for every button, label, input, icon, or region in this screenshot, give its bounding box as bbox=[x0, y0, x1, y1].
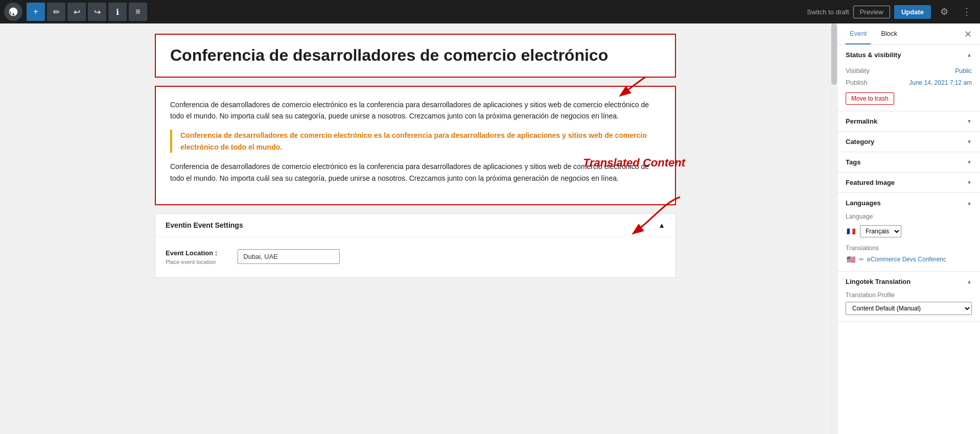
category-title: Category bbox=[846, 138, 874, 146]
list-view-button[interactable]: ≡ bbox=[129, 3, 147, 21]
tags-header[interactable]: Tags ▼ bbox=[837, 152, 980, 172]
language-label: Language bbox=[846, 213, 972, 220]
fr-flag: 🇫🇷 bbox=[846, 228, 856, 235]
gear-icon: ⚙ bbox=[940, 6, 948, 17]
eventin-settings-header[interactable]: Eventin Event Settings ▲ bbox=[155, 214, 675, 237]
tags-chevron-icon: ▼ bbox=[967, 159, 972, 165]
edit-icon: ✏ bbox=[53, 7, 60, 17]
add-icon: + bbox=[33, 7, 38, 16]
update-button[interactable]: Update bbox=[894, 5, 931, 19]
redo-button[interactable]: ↪ bbox=[88, 3, 106, 21]
more-icon: ⋮ bbox=[962, 6, 971, 17]
sidebar-tabs: Event Block ✕ bbox=[837, 23, 980, 45]
status-visibility-body: Visibility Public Publish June 14, 2021 … bbox=[837, 65, 980, 111]
featured-image-title: Featured Image bbox=[846, 179, 895, 186]
info-button[interactable]: ℹ bbox=[108, 3, 127, 21]
language-row: 🇫🇷 Français bbox=[846, 222, 972, 240]
permalink-section: Permalink ▼ bbox=[837, 111, 980, 132]
more-options-button[interactable]: ⋮ bbox=[958, 3, 976, 21]
eventin-settings-section: Eventin Event Settings ▲ Event Location … bbox=[155, 213, 676, 278]
tags-title: Tags bbox=[846, 158, 860, 166]
translation-profile-select[interactable]: Content Default (Manual) bbox=[846, 302, 972, 315]
eventin-settings-body: Event Location : Place event location bbox=[155, 237, 675, 277]
content-block[interactable]: Conferencia de desarrolladores de comerc… bbox=[155, 86, 676, 205]
sidebar-close-button[interactable]: ✕ bbox=[964, 23, 972, 44]
us-flag: 🇺🇸 bbox=[846, 256, 856, 263]
title-block[interactable]: Conferencia de desarrolladores de comerc… bbox=[155, 34, 676, 78]
editor-area[interactable]: Translated Title Translated Content bbox=[0, 23, 831, 434]
visibility-value[interactable]: Public bbox=[955, 67, 972, 75]
languages-header[interactable]: Languages ▲ bbox=[837, 193, 980, 213]
featured-image-chevron-icon: ▼ bbox=[967, 180, 972, 185]
category-chevron-icon: ▼ bbox=[967, 139, 972, 144]
eventin-settings-title: Eventin Event Settings bbox=[166, 221, 243, 229]
undo-icon: ↩ bbox=[74, 7, 80, 17]
translation-link[interactable]: eCommerce Devs Conferenc bbox=[867, 256, 946, 263]
tab-block[interactable]: Block bbox=[877, 23, 901, 44]
undo-button[interactable]: ↩ bbox=[67, 3, 86, 21]
post-title[interactable]: Conferencia de desarrolladores de comerc… bbox=[170, 45, 661, 66]
topbar-right: Switch to draft Preview Update ⚙ ⋮ bbox=[807, 3, 976, 21]
topbar: + ✏ ↩ ↪ ℹ ≡ Switch to draft Preview Upda… bbox=[0, 0, 980, 23]
tags-section: Tags ▼ bbox=[837, 152, 980, 173]
languages-chevron-icon: ▲ bbox=[967, 200, 972, 206]
switch-to-draft-button[interactable]: Switch to draft bbox=[807, 8, 849, 16]
eventin-collapse-icon: ▲ bbox=[658, 221, 665, 229]
publish-value[interactable]: June 14, 2021 7:12 am bbox=[909, 79, 972, 86]
status-visibility-section: Status & visibility ▲ Visibility Public … bbox=[837, 45, 980, 111]
lingotek-title: Lingotek Translation bbox=[846, 278, 911, 285]
wp-icon bbox=[8, 7, 18, 17]
preview-button[interactable]: Preview bbox=[853, 6, 890, 18]
lingotek-section: Lingotek Translation ▲ Translation Profi… bbox=[837, 272, 980, 322]
translation-row: 🇺🇸 ✏ eCommerce Devs Conferenc bbox=[846, 254, 972, 265]
add-block-button[interactable]: + bbox=[27, 3, 45, 21]
lingotek-header[interactable]: Lingotek Translation ▲ bbox=[837, 272, 980, 292]
status-visibility-title: Status & visibility bbox=[846, 51, 901, 59]
languages-title: Languages bbox=[846, 199, 881, 207]
paragraph-3: Conferencia de desarrolladores de comerc… bbox=[170, 161, 661, 184]
translation-profile-label: Translation Profile bbox=[846, 292, 972, 299]
permalink-header[interactable]: Permalink ▼ bbox=[837, 111, 980, 131]
info-icon: ℹ bbox=[116, 7, 119, 17]
list-view-icon: ≡ bbox=[135, 7, 140, 16]
featured-image-section: Featured Image ▼ bbox=[837, 173, 980, 193]
category-header[interactable]: Category ▼ bbox=[837, 132, 980, 152]
edit-button[interactable]: ✏ bbox=[47, 3, 65, 21]
language-select[interactable]: Français bbox=[860, 225, 901, 237]
editor-scrollbar[interactable] bbox=[831, 23, 837, 434]
settings-button[interactable]: ⚙ bbox=[935, 3, 953, 21]
languages-section: Languages ▲ Language 🇫🇷 Français Transla… bbox=[837, 193, 980, 272]
scrollbar-thumb bbox=[831, 23, 837, 85]
blockquote-text: Conferencia de desarrolladores de comerc… bbox=[180, 130, 661, 153]
chevron-up-icon: ▲ bbox=[967, 52, 972, 58]
publish-label: Publish bbox=[846, 79, 868, 86]
status-visibility-header[interactable]: Status & visibility ▲ bbox=[837, 45, 980, 65]
lingotek-body: Translation Profile Content Default (Man… bbox=[837, 292, 980, 321]
editor-content: Conferencia de desarrolladores de comerc… bbox=[145, 34, 686, 278]
lingotek-chevron-icon: ▲ bbox=[967, 279, 972, 284]
visibility-label: Visibility bbox=[846, 67, 870, 75]
event-location-input[interactable] bbox=[238, 249, 340, 264]
category-section: Category ▼ bbox=[837, 132, 980, 152]
translation-edit-button[interactable]: ✏ bbox=[859, 256, 864, 263]
permalink-title: Permalink bbox=[846, 117, 877, 125]
translations-label: Translations bbox=[846, 245, 972, 252]
permalink-chevron-icon: ▼ bbox=[967, 118, 972, 124]
event-location-group: Event Location : Place event location bbox=[166, 249, 217, 265]
redo-icon: ↪ bbox=[94, 7, 101, 17]
visibility-row: Visibility Public bbox=[846, 65, 972, 77]
event-location-label: Event Location : bbox=[166, 249, 217, 257]
featured-image-header[interactable]: Featured Image ▼ bbox=[837, 173, 980, 192]
languages-body: Language 🇫🇷 Français Translations 🇺🇸 ✏ e… bbox=[837, 213, 980, 271]
main-layout: Translated Title Translated Content bbox=[0, 23, 980, 434]
wp-logo[interactable] bbox=[4, 3, 22, 21]
move-to-trash-button[interactable]: Move to trash bbox=[846, 92, 894, 105]
publish-row: Publish June 14, 2021 7:12 am bbox=[846, 77, 972, 88]
event-location-sublabel: Place event location bbox=[166, 259, 217, 265]
tab-event[interactable]: Event bbox=[846, 23, 871, 44]
right-sidebar: Event Block ✕ Status & visibility ▲ Visi… bbox=[837, 23, 980, 434]
blockquote: Conferencia de desarrolladores de comerc… bbox=[170, 130, 661, 153]
close-icon: ✕ bbox=[964, 29, 972, 39]
paragraph-1: Conferencia de desarrolladores de comerc… bbox=[170, 99, 661, 122]
